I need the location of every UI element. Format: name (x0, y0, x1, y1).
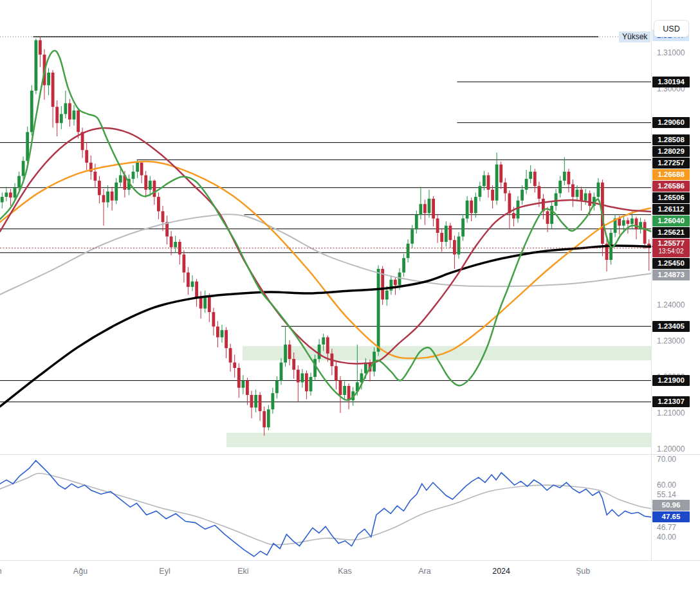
sma-orange (0, 161, 651, 358)
price-tick: 1.24000 (657, 300, 685, 309)
sma-gray (0, 214, 651, 295)
time-label-Tem: Tem (0, 567, 8, 576)
rsi-ma-line (0, 473, 651, 545)
price-axis[interactable]: 1.310001.300001.240001.230001.220001.210… (651, 0, 700, 560)
price-badge-1.26040: 1.26040 (652, 215, 690, 226)
time-label-Ara: Ara (410, 567, 439, 576)
time-label-Ağu: Ağu (66, 567, 95, 576)
candlestick-chart[interactable] (0, 0, 700, 604)
rsi-pane (0, 461, 651, 556)
price-tick: 1.21000 (657, 408, 685, 417)
price-badge-1.26112: 1.26112 (652, 204, 690, 215)
rsi-value-label: 46.77 (657, 523, 676, 532)
rsi-line (0, 461, 651, 556)
pane-separators (0, 0, 700, 560)
rsi-tick: 70.00 (657, 455, 676, 464)
rsi-badge-50.96: 50.96 (652, 500, 690, 511)
trading-chart-window: 1.310001.300001.240001.230001.220001.210… (0, 0, 700, 604)
currency-toggle-button[interactable]: USD (654, 20, 689, 37)
price-badge-1.25577: 1.2557713:54:02 (652, 239, 690, 257)
rsi-tick: 40.00 (657, 533, 676, 542)
candles-layer (1, 37, 650, 435)
sma-red (0, 128, 651, 363)
rsi-tick: 60.00 (657, 480, 676, 490)
rsi-value-label: 55.14 (657, 490, 676, 499)
price-badge-1.30194: 1.30194 (652, 77, 690, 87)
time-label-Eyl: Eyl (151, 567, 179, 576)
price-badge-1.27257: 1.27257 (652, 158, 690, 169)
price-tick: 1.23000 (657, 336, 685, 345)
price-badge-1.21900: 1.21900 (652, 375, 690, 386)
time-label-Eki: Eki (229, 567, 257, 576)
price-badge-1.21307: 1.21307 (652, 396, 690, 407)
price-badge-1.28508: 1.28508 (652, 134, 690, 145)
price-badge-1.26688: 1.26688 (652, 169, 690, 180)
high-price-label: Yüksek (619, 32, 650, 42)
time-label-2024: 2024 (487, 567, 515, 576)
price-tick: 1.20000 (657, 444, 685, 453)
price-badge-1.28029: 1.28029 (652, 146, 690, 157)
rsi-badge-47.65: 47.65 (652, 511, 690, 522)
price-badge-1.25450: 1.25450 (652, 258, 690, 269)
price-badge-1.24873: 1.24873 (652, 270, 690, 280)
price-badge-1.29060: 1.29060 (652, 117, 690, 128)
price-badge-1.25621: 1.25621 (652, 227, 690, 238)
price-badge-1.26586: 1.26586 (652, 181, 690, 192)
price-tick: 1.31000 (657, 48, 685, 57)
price-badge-1.26506: 1.26506 (652, 192, 690, 203)
time-axis[interactable]: TemAğuEylEkiKasAra2024Şub (0, 560, 700, 604)
time-label-Şub: Şub (569, 567, 597, 576)
time-label-Kas: Kas (331, 567, 359, 576)
price-badge-1.23405: 1.23405 (652, 321, 690, 332)
